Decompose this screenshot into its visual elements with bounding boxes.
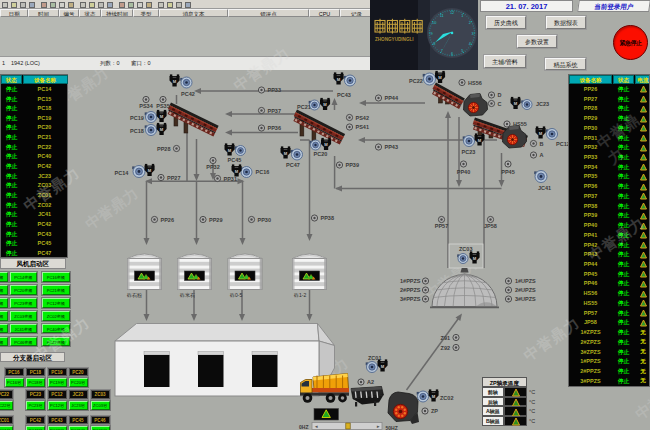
svg-text:ZHONGYUDINGLI: ZHONGYUDINGLI [375, 37, 414, 42]
svg-text:PP37: PP37 [268, 108, 281, 114]
svg-text:PP57: PP57 [435, 223, 448, 229]
svg-text:HS55: HS55 [513, 121, 527, 127]
svg-text:9: 9 [430, 32, 432, 36]
svg-text:◄: ◄ [314, 424, 318, 429]
svg-text:砟1-2: 砟1-2 [293, 292, 306, 298]
svg-text:Z91: Z91 [441, 335, 450, 341]
svg-text:PP31: PP31 [224, 176, 237, 182]
svg-text:2#UPZS: 2#UPZS [515, 287, 536, 293]
svg-text:50HZ: 50HZ [386, 425, 398, 430]
svg-text:2#PPZS: 2#PPZS [400, 287, 421, 293]
svg-text:11: 11 [440, 14, 444, 18]
svg-text:PP36: PP36 [268, 125, 281, 131]
svg-text:M: M [160, 114, 164, 119]
svg-text:A2: A2 [367, 379, 374, 385]
svg-text:►: ► [376, 424, 380, 429]
svg-text:PP29: PP29 [209, 217, 222, 223]
svg-text:PS35: PS35 [156, 103, 169, 109]
svg-text:M: M [284, 151, 288, 156]
svg-text:M: M [432, 394, 436, 399]
svg-text:砟米石: 砟米石 [179, 292, 195, 299]
svg-text:中誉鼎力: 中誉鼎力 [82, 184, 141, 232]
svg-text:PC18: PC18 [130, 128, 144, 134]
svg-text:PS41: PS41 [356, 124, 369, 130]
svg-text:M: M [539, 131, 543, 136]
svg-text:PP45: PP45 [501, 169, 514, 175]
svg-text:PC43: PC43 [337, 92, 351, 98]
svg-text:PP33: PP33 [268, 87, 281, 93]
svg-text:PP39: PP39 [346, 162, 359, 168]
svg-text:PP26: PP26 [161, 217, 174, 223]
svg-text:JP58: JP58 [484, 223, 497, 229]
svg-text:PP30: PP30 [258, 217, 271, 223]
svg-text:M: M [323, 102, 327, 107]
svg-text:M: M [514, 101, 518, 106]
svg-text:PP40: PP40 [457, 169, 470, 175]
svg-text:PP38: PP38 [321, 215, 334, 221]
svg-text:PP43: PP43 [385, 144, 398, 150]
svg-text:PC22: PC22 [409, 78, 423, 84]
svg-text:PC16: PC16 [256, 169, 270, 175]
svg-text:3: 3 [471, 32, 473, 36]
svg-text:PC42: PC42 [181, 91, 195, 97]
svg-text:JC23: JC23 [536, 101, 549, 107]
svg-text:PC21: PC21 [297, 104, 311, 110]
svg-text:砟石粉: 砟石粉 [126, 292, 142, 299]
svg-text:砟0-5: 砟0-5 [229, 292, 242, 298]
svg-text:ZC02: ZC02 [440, 395, 453, 401]
svg-text:M: M [228, 148, 232, 153]
svg-text:PC14: PC14 [115, 170, 130, 176]
svg-text:M: M [473, 256, 477, 261]
svg-text:M: M [148, 168, 152, 173]
svg-text:M: M [337, 77, 341, 82]
svg-text:B: B [540, 141, 544, 147]
svg-text:M: M [173, 79, 177, 84]
svg-text:PP32: PP32 [206, 164, 219, 170]
svg-text:M: M [235, 169, 239, 174]
svg-text:1: 1 [461, 14, 463, 18]
svg-text:PC45: PC45 [228, 157, 242, 163]
svg-text:1#PPZS: 1#PPZS [400, 278, 421, 284]
svg-text:ZC03: ZC03 [459, 246, 472, 252]
svg-text:PC23: PC23 [462, 149, 476, 155]
svg-text:12: 12 [450, 11, 454, 15]
svg-text:M: M [324, 142, 328, 147]
svg-text:M: M [160, 127, 164, 132]
svg-text:Z92: Z92 [441, 345, 450, 351]
svg-text:2: 2 [469, 21, 471, 25]
svg-text:C: C [498, 101, 502, 107]
svg-text:PC47: PC47 [286, 162, 300, 168]
svg-text:D: D [498, 92, 502, 98]
svg-text:PP27: PP27 [167, 175, 180, 181]
svg-text:1#UPZS: 1#UPZS [515, 278, 536, 284]
svg-text:A: A [540, 152, 544, 158]
svg-text:0HZ: 0HZ [299, 424, 308, 430]
svg-text:M: M [438, 75, 442, 80]
svg-text:M: M [478, 138, 482, 143]
svg-text:M: M [381, 364, 385, 369]
svg-text:PC20: PC20 [314, 151, 328, 157]
svg-text:ZC01: ZC01 [368, 355, 381, 361]
svg-text:ZP: ZP [431, 408, 438, 414]
svg-text:8: 8 [433, 42, 435, 46]
svg-text:PC19: PC19 [130, 115, 144, 121]
svg-text:PS34: PS34 [139, 103, 153, 109]
svg-text:3#PPZS: 3#PPZS [400, 296, 421, 302]
svg-text:4: 4 [469, 42, 471, 46]
svg-text:3#UPZS: 3#UPZS [515, 296, 536, 302]
svg-text:HS56: HS56 [468, 80, 482, 86]
svg-text:PP28: PP28 [157, 146, 170, 152]
svg-text:PP44: PP44 [385, 95, 399, 101]
svg-text:PS42: PS42 [356, 115, 369, 121]
svg-text:JC41: JC41 [538, 185, 551, 191]
